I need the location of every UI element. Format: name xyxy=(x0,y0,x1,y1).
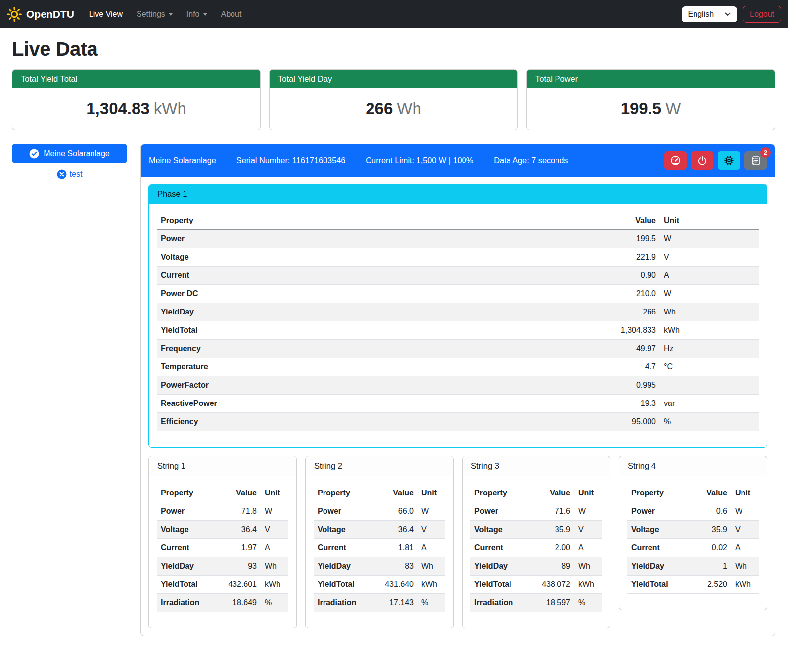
value-cell: 18.649 xyxy=(213,594,261,612)
property-cell: Voltage xyxy=(314,521,370,539)
unit-cell: W xyxy=(574,502,602,521)
column-header: Unit xyxy=(731,484,759,502)
unit-cell: V xyxy=(261,521,288,539)
power-settings-button[interactable] xyxy=(691,151,713,170)
value-cell: 266 xyxy=(458,303,660,321)
table-row: Power71.6W xyxy=(470,502,602,521)
property-cell: Power xyxy=(157,502,213,521)
value-cell: 95.000 xyxy=(458,413,660,431)
unit-cell: kWh xyxy=(574,576,602,594)
phase-panel-title: Phase 1 xyxy=(149,184,767,204)
table-row: Voltage35.9V xyxy=(470,521,602,539)
event-log-button[interactable]: 2 xyxy=(744,151,767,170)
nav-item-live-view[interactable]: Live View xyxy=(83,6,129,23)
device-info-button[interactable] xyxy=(718,151,740,170)
property-cell: Current xyxy=(470,539,527,557)
card-value: 1,304.83 xyxy=(86,99,149,118)
table-row: Power66.0W xyxy=(314,502,445,521)
column-header: Property xyxy=(470,484,527,502)
language-select[interactable]: English xyxy=(682,6,737,22)
property-cell: Voltage xyxy=(470,521,527,539)
value-cell: 0.90 xyxy=(458,267,660,285)
brand[interactable]: OpenDTU xyxy=(7,5,74,24)
property-cell: YieldTotal xyxy=(627,576,684,594)
nav-item-settings[interactable]: Settings xyxy=(131,6,179,23)
string-panel-title: String 1 xyxy=(149,456,296,476)
value-cell: 2.00 xyxy=(527,539,574,557)
property-cell: ReactivePower xyxy=(157,395,458,413)
table-row: YieldTotal438.072kWh xyxy=(470,576,602,594)
property-cell: Power xyxy=(627,502,684,521)
inverter-select-button[interactable]: Meine Solaranlage xyxy=(12,144,127,163)
unit-cell: A xyxy=(574,539,602,557)
string-1-panel: String 1 PropertyValueUnitPower71.8WVolt… xyxy=(148,456,297,628)
summary-cards-row: Total Yield Total 1,304.83kWh Total Yiel… xyxy=(12,69,775,130)
value-cell: 0.6 xyxy=(684,502,731,521)
table-row: Power199.5W xyxy=(157,230,759,248)
table-row: YieldTotal1,304.833kWh xyxy=(157,321,759,340)
value-cell: 431.640 xyxy=(370,576,417,594)
property-cell: Voltage xyxy=(627,521,684,539)
language-select-value: English xyxy=(688,10,714,19)
table-row: Efficiency95.000% xyxy=(157,413,759,431)
column-header: Value xyxy=(527,484,574,502)
column-header: Property xyxy=(314,484,370,502)
property-cell: PowerFactor xyxy=(157,376,458,395)
table-row: Voltage36.4V xyxy=(314,521,445,539)
unit-cell: kWh xyxy=(660,321,759,340)
check-circle-icon xyxy=(29,149,39,159)
value-cell: 71.8 xyxy=(213,502,261,521)
property-cell: Temperature xyxy=(157,358,458,376)
nav-item-info[interactable]: Info xyxy=(181,6,213,23)
navbar: OpenDTU Live View Settings Info About En… xyxy=(0,0,788,28)
unit-cell: V xyxy=(417,521,445,539)
value-cell: 19.3 xyxy=(458,395,660,413)
unit-cell: W xyxy=(417,502,445,521)
limit-settings-button[interactable] xyxy=(664,151,687,170)
table-row: Irradiation18.649% xyxy=(157,594,288,612)
table-row: YieldTotal432.601kWh xyxy=(157,576,288,594)
column-header: Property xyxy=(627,484,684,502)
total-yield-day-card: Total Yield Day 266Wh xyxy=(269,69,518,130)
inverter-name: Meine Solaranlage xyxy=(149,156,216,165)
nav-links: Live View Settings Info About xyxy=(83,6,682,23)
table-row: Frequency49.97Hz xyxy=(157,340,759,358)
column-header: Value xyxy=(370,484,417,502)
nav-item-about[interactable]: About xyxy=(215,6,248,23)
table-row: YieldTotal2.520kWh xyxy=(627,576,759,594)
property-cell: YieldTotal xyxy=(157,321,458,340)
value-cell: 438.072 xyxy=(527,576,574,594)
sun-icon xyxy=(7,7,22,22)
card-title: Total Yield Day xyxy=(270,70,517,88)
unit-cell: W xyxy=(660,230,759,248)
table-row: Current1.81A xyxy=(314,539,445,557)
unit-cell: var xyxy=(660,395,759,413)
logout-button[interactable]: Logout xyxy=(743,6,781,23)
property-cell: YieldDay xyxy=(470,557,527,576)
table-row: YieldDay1Wh xyxy=(627,557,759,576)
value-cell: 36.4 xyxy=(213,521,261,539)
phase-table: PropertyValueUnit Power199.5WVoltage221.… xyxy=(157,212,759,431)
table-row: PowerFactor0.995 xyxy=(157,376,759,395)
value-cell: 71.6 xyxy=(527,502,574,521)
chevron-down-icon xyxy=(725,12,731,16)
column-header: Property xyxy=(157,212,458,230)
unit-cell: % xyxy=(660,413,759,431)
unit-cell: A xyxy=(731,539,759,557)
unit-cell: W xyxy=(731,502,759,521)
string-4-table: PropertyValueUnitPower0.6WVoltage35.9VCu… xyxy=(627,484,759,594)
property-cell: YieldDay xyxy=(157,557,213,576)
table-row: Power71.8W xyxy=(157,502,288,521)
unit-cell: kWh xyxy=(417,576,445,594)
inverter-item-test[interactable]: test xyxy=(12,169,127,179)
property-cell: Power DC xyxy=(157,285,458,303)
column-header: Unit xyxy=(574,484,602,502)
property-cell: Current xyxy=(157,267,458,285)
unit-cell: Wh xyxy=(731,557,759,576)
string-2-table: PropertyValueUnitPower66.0WVoltage36.4VC… xyxy=(314,484,445,612)
value-cell: 36.4 xyxy=(370,521,417,539)
unit-cell: A xyxy=(261,539,288,557)
current-limit: Current Limit: 1,500 W | 100% xyxy=(366,156,473,165)
property-cell: YieldTotal xyxy=(314,576,370,594)
unit-cell: Wh xyxy=(417,557,445,576)
